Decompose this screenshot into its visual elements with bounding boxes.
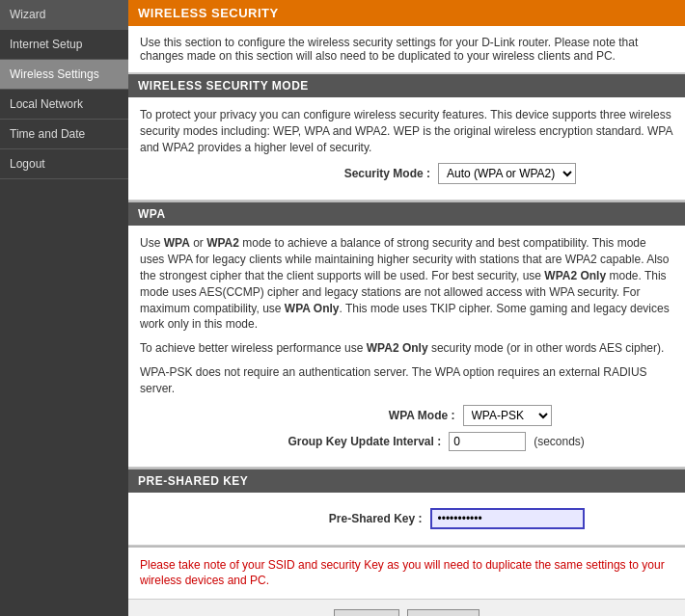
group-key-label: Group Key Update Interval : (229, 435, 441, 448)
wpa-header: WPA (128, 202, 685, 226)
security-mode-select[interactable]: Auto (WPA or WPA2) WPA Only WPA2 Only WE… (438, 163, 576, 184)
page-header: WIRELESS SECURITY (128, 0, 685, 26)
intro-text: Use this section to configure the wirele… (128, 26, 685, 74)
sidebar-item-internet-setup[interactable]: Internet Setup (0, 30, 128, 60)
main-content: WIRELESS SECURITY Use this section to co… (128, 0, 685, 616)
apply-button[interactable]: Apply (334, 609, 399, 616)
security-mode-label: Security Mode : (237, 167, 430, 180)
sidebar-item-time-and-date[interactable]: Time and Date (0, 120, 128, 149)
psk-row: Pre-Shared Key : (140, 508, 673, 529)
wpa-para-2: To achieve better wireless performance u… (140, 340, 673, 357)
psk-input[interactable] (430, 508, 585, 529)
psk-label: Pre-Shared Key : (230, 512, 423, 525)
group-key-row: Group Key Update Interval : (seconds) (140, 432, 673, 451)
psk-section: PRE-SHARED KEY Pre-Shared Key : (128, 469, 685, 548)
group-key-input[interactable] (449, 432, 526, 451)
sidebar: WizardInternet SetupWireless SettingsLoc… (0, 0, 128, 616)
sidebar-item-wireless-settings[interactable]: Wireless Settings (0, 60, 128, 90)
cancel-button[interactable]: Cancel (407, 609, 480, 616)
bottom-notice: Please take note of your SSID and securi… (128, 548, 685, 600)
security-mode-row: Security Mode : Auto (WPA or WPA2) WPA O… (140, 163, 673, 184)
wpa-para-3: WPA-PSK does not require an authenticati… (140, 364, 673, 397)
security-mode-body: To protect your privacy you can configur… (128, 97, 685, 201)
security-mode-description: To protect your privacy you can configur… (140, 107, 673, 155)
wpa-mode-row: WPA Mode : WPA-PSK WPA Only WPA2 Only Au… (140, 405, 673, 426)
security-mode-section: WIRELESS SECURITY MODE To protect your p… (128, 74, 685, 202)
group-key-unit: (seconds) (534, 435, 585, 448)
sidebar-item-wizard[interactable]: Wizard (0, 0, 128, 30)
wpa-body: Use WPA or WPA2 mode to achieve a balanc… (128, 226, 685, 467)
wpa-mode-label: WPA Mode : (262, 409, 455, 422)
wpa-section: WPA Use WPA or WPA2 mode to achieve a ba… (128, 202, 685, 469)
wpa-para-1: Use WPA or WPA2 mode to achieve a balanc… (140, 235, 673, 333)
sidebar-item-local-network[interactable]: Local Network (0, 90, 128, 120)
sidebar-item-logout[interactable]: Logout (0, 149, 128, 179)
psk-header: PRE-SHARED KEY (128, 469, 685, 493)
security-mode-header: WIRELESS SECURITY MODE (128, 74, 685, 97)
wpa-mode-select[interactable]: WPA-PSK WPA Only WPA2 Only Auto (463, 405, 552, 426)
psk-body: Pre-Shared Key : (128, 493, 685, 546)
button-row: Apply Cancel (128, 599, 685, 616)
